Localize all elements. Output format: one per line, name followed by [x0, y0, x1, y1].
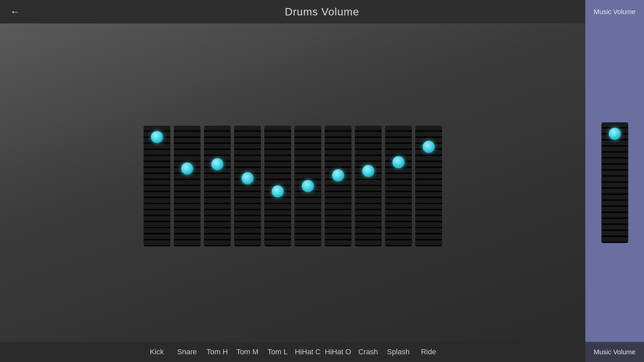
- slider-track-hihat_c[interactable]: [294, 126, 321, 246]
- drum-label-crash: Crash: [355, 348, 382, 356]
- slider-container-kick: [144, 126, 170, 246]
- drum-label-tom_m: Tom M: [234, 348, 261, 356]
- main-area: [0, 23, 644, 342]
- slider-knob-hihat_c[interactable]: [302, 180, 314, 192]
- music-volume-header-label: Music Volume: [594, 8, 636, 16]
- header: ← Drums Volume Music Volume: [0, 0, 644, 23]
- slider-knob-ride[interactable]: [423, 141, 435, 153]
- drum-label-splash: Splash: [385, 348, 412, 356]
- page-title: Drums Volume: [285, 6, 359, 18]
- slider-knob-tom_l[interactable]: [272, 185, 284, 197]
- music-volume-label-bottom: Music Volume: [585, 342, 644, 362]
- slider-track-crash[interactable]: [355, 126, 382, 246]
- slider-container-tom_h: [204, 126, 231, 246]
- slider-container-hihat_c: [294, 126, 321, 246]
- drum-labels: KickSnareTom HTom MTom LHiHat CHiHat OCr…: [0, 348, 585, 356]
- slider-container-hihat_o: [325, 126, 352, 246]
- slider-knob-kick[interactable]: [151, 131, 163, 143]
- drum-label-hihat_c: HiHat C: [294, 348, 321, 356]
- slider-knob-snare[interactable]: [181, 163, 193, 175]
- drum-label-tom_l: Tom L: [264, 348, 291, 356]
- slider-container-ride: [415, 126, 442, 246]
- slider-knob-tom_h[interactable]: [211, 158, 223, 170]
- slider-container-tom_l: [264, 126, 291, 246]
- drum-label-tom_h: Tom H: [204, 348, 231, 356]
- slider-track-ride[interactable]: [415, 126, 442, 246]
- sliders-area: [0, 23, 585, 342]
- music-volume-header-button[interactable]: Music Volume: [585, 0, 644, 23]
- slider-track-tom_l[interactable]: [264, 126, 291, 246]
- slider-container-snare: [174, 126, 201, 246]
- drum-label-kick: Kick: [144, 348, 170, 356]
- labels-row: KickSnareTom HTom MTom LHiHat CHiHat OCr…: [0, 342, 644, 362]
- music-volume-panel: [585, 23, 644, 342]
- drums-panel: [0, 23, 585, 342]
- music-volume-bottom-text: Music Volume: [594, 348, 636, 356]
- slider-container-splash: [385, 126, 412, 246]
- drum-label-hihat_o: HiHat O: [325, 348, 352, 356]
- slider-container-crash: [355, 126, 382, 246]
- slider-track-tom_m[interactable]: [234, 126, 261, 246]
- back-button[interactable]: ←: [10, 7, 20, 17]
- music-volume-knob[interactable]: [609, 128, 621, 140]
- slider-knob-splash[interactable]: [392, 156, 405, 168]
- slider-knob-crash[interactable]: [362, 165, 374, 177]
- slider-track-hihat_o[interactable]: [325, 126, 352, 246]
- slider-container-tom_m: [234, 126, 261, 246]
- slider-track-kick[interactable]: [144, 126, 170, 246]
- drum-label-snare: Snare: [174, 348, 201, 356]
- slider-track-tom_h[interactable]: [204, 126, 231, 246]
- slider-knob-hihat_o[interactable]: [332, 169, 344, 181]
- slider-knob-tom_m[interactable]: [241, 172, 254, 184]
- music-volume-slider-track[interactable]: [601, 122, 628, 243]
- slider-track-splash[interactable]: [385, 126, 412, 246]
- music-volume-slider-container: [585, 23, 644, 342]
- drum-label-ride: Ride: [415, 348, 442, 356]
- slider-track-snare[interactable]: [174, 126, 201, 246]
